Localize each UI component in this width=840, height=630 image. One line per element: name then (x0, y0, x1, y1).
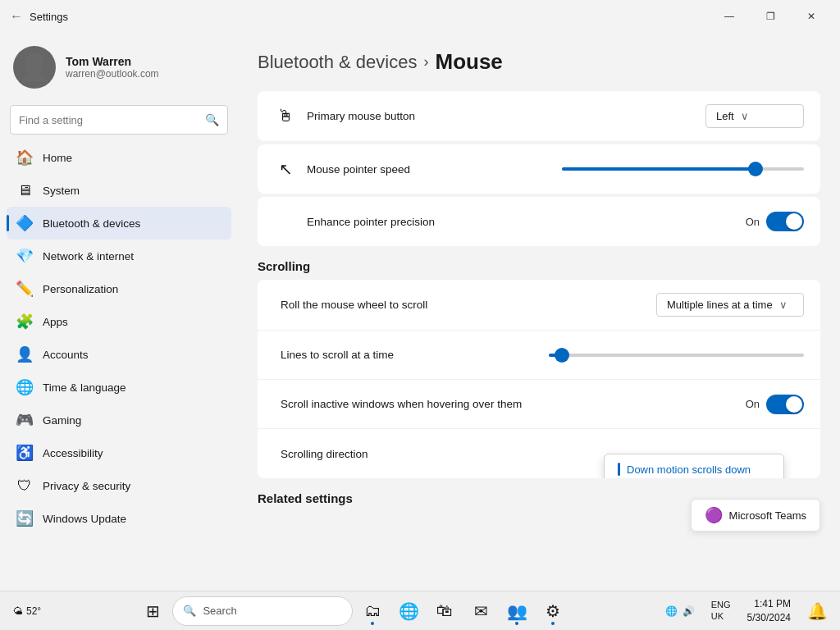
sidebar-item-apps[interactable]: 🧩Apps (7, 305, 231, 338)
home-nav-label: Home (43, 152, 72, 164)
enhance-precision-state: On (746, 216, 760, 228)
primary-mouse-button-dropdown[interactable]: Left ∨ (705, 104, 804, 128)
enhance-precision-toggle[interactable] (766, 212, 804, 231)
system-nav-icon: 🖥 (16, 182, 33, 199)
taskbar-teams[interactable]: 👥 (500, 595, 533, 628)
sidebar-item-privacy[interactable]: 🛡Privacy & security (7, 469, 231, 502)
dropdown-arrow-icon: ∨ (741, 110, 749, 122)
taskbar-mail[interactable]: ✉ (464, 595, 497, 628)
scrolling-direction-popup[interactable]: Down motion scrolls down Down motion scr… (604, 454, 784, 478)
scroll-inactive-row: Scroll inactive windows when hovering ov… (258, 380, 820, 429)
home-nav-icon: 🏠 (16, 149, 33, 166)
sidebar-item-time[interactable]: 🌐Time & language (7, 371, 231, 404)
sidebar-item-accessibility[interactable]: ♿Accessibility (7, 436, 231, 469)
taskbar-right: 🌐 🔊 ENG UK 1:41 PM 5/30/2024 🔔 (659, 594, 833, 628)
sidebar-item-personalization[interactable]: ✏️Personalization (7, 272, 231, 305)
privacy-nav-icon: 🛡 (16, 477, 33, 494)
update-nav-icon: 🔄 (16, 510, 33, 527)
primary-mouse-button-label: Primary mouse button (307, 110, 705, 122)
gaming-nav-icon: 🎮 (16, 412, 33, 428)
primary-mouse-button-card: 🖱 Primary mouse button Left ∨ (258, 91, 820, 141)
app-title: Settings (30, 11, 68, 23)
personalization-nav-icon: ✏️ (16, 281, 33, 297)
taskbar-settings[interactable]: ⚙ (536, 595, 569, 628)
title-bar: ← Settings — ❐ ✕ (0, 0, 840, 33)
maximize-button[interactable]: ❐ (751, 3, 789, 30)
gaming-nav-label: Gaming (43, 414, 81, 427)
mouse-icon: 🖱 (274, 105, 297, 128)
network-nav-icon: 💎 (16, 248, 33, 264)
close-button[interactable]: ✕ (792, 3, 830, 30)
accounts-nav-label: Accounts (43, 349, 89, 361)
scroll-inactive-label: Scroll inactive windows when hovering ov… (281, 398, 746, 410)
privacy-nav-label: Privacy & security (43, 480, 130, 492)
settings-search-box[interactable]: 🔍 (10, 105, 228, 135)
lines-to-scroll-slider[interactable] (549, 354, 804, 357)
scrolling-card: Roll the mouse wheel to scroll Multiple … (258, 280, 820, 478)
minimize-button[interactable]: — (710, 3, 748, 30)
enhance-precision-control: On (746, 212, 804, 231)
system-tray[interactable]: 🌐 🔊 (659, 602, 701, 620)
taskbar-store[interactable]: 🛍 (428, 595, 461, 628)
breadcrumb-separator: › (423, 53, 428, 71)
sidebar-item-update[interactable]: 🔄Windows Update (7, 502, 231, 535)
bluetooth-nav-label: Bluetooth & devices (43, 217, 140, 230)
apps-nav-label: Apps (43, 316, 68, 328)
weather-widget[interactable]: 🌤 52° (7, 602, 48, 620)
lines-to-scroll-thumb[interactable] (555, 348, 569, 363)
notification-center[interactable]: 🔔 (801, 595, 833, 628)
sidebar-item-bluetooth[interactable]: 🔷Bluetooth & devices (7, 207, 231, 240)
title-bar-left: ← Settings (10, 9, 68, 24)
breadcrumb-parent[interactable]: Bluetooth & devices (258, 52, 417, 73)
pointer-icon: ↖ (274, 158, 297, 180)
sidebar-item-gaming[interactable]: 🎮Gaming (7, 404, 231, 436)
mouse-pointer-speed-card: ↖ Mouse pointer speed (258, 144, 820, 194)
user-email: warren@outlook.com (66, 68, 159, 80)
back-icon[interactable]: ← (10, 9, 23, 24)
scroll-inactive-control: On (746, 395, 804, 414)
sidebar-item-accounts[interactable]: 👤Accounts (7, 338, 231, 371)
pointer-speed-fill (562, 167, 756, 171)
taskbar-file-explorer[interactable]: 🗂 (356, 595, 389, 628)
volume-icon: 🔊 (682, 605, 695, 617)
nav-list: 🏠Home🖥System🔷Bluetooth & devices💎Network… (0, 141, 238, 584)
sidebar-item-network[interactable]: 💎Network & internet (7, 240, 231, 272)
scroll-inactive-state: On (746, 398, 760, 410)
taskbar-left: 🌤 52° (7, 602, 48, 620)
direction-option-1-label: Down motion scrolls down (627, 463, 751, 476)
pointer-speed-thumb[interactable] (748, 162, 763, 176)
network-nav-label: Network & internet (43, 250, 134, 262)
scroll-inactive-toggle[interactable] (766, 395, 804, 414)
roll-mouse-wheel-dropdown[interactable]: Multiple lines at a time ∨ (656, 293, 804, 317)
settings-search-input[interactable] (19, 114, 205, 126)
time-nav-icon: 🌐 (16, 379, 33, 395)
network-icon: 🌐 (665, 605, 678, 617)
user-profile[interactable]: Tom Warren warren@outlook.com (0, 33, 238, 102)
locale-display[interactable]: ENG UK (705, 596, 737, 624)
apps-nav-icon: 🧩 (16, 313, 33, 330)
taskbar-center: ⊞ 🔍 Search 🗂 🌐 🛍 ✉ 👥 ⚙ (51, 595, 655, 628)
toggle-knob (786, 213, 802, 230)
time-nav-label: Time & language (43, 381, 126, 394)
selected-indicator (618, 463, 620, 476)
pointer-speed-slider[interactable] (562, 167, 804, 171)
taskbar-edge[interactable]: 🌐 (392, 595, 425, 628)
taskbar: 🌤 52° ⊞ 🔍 Search 🗂 🌐 🛍 ✉ 👥 ⚙ 🌐 🔊 ENG UK … (0, 591, 840, 630)
direction-option-1[interactable]: Down motion scrolls down (605, 454, 783, 478)
lines-to-scroll-control (549, 354, 804, 357)
clock[interactable]: 1:41 PM 5/30/2024 (741, 594, 797, 628)
teams-notification[interactable]: 🟣 Microsoft Teams (691, 499, 820, 532)
scrolling-direction-row: Scrolling direction Down motion scrolls … (258, 429, 820, 478)
accounts-nav-icon: 👤 (16, 346, 33, 363)
taskbar-search-icon: 🔍 (183, 605, 196, 617)
sidebar-item-home[interactable]: 🏠Home (7, 141, 231, 174)
sidebar-item-system[interactable]: 🖥System (7, 174, 231, 207)
taskbar-search[interactable]: 🔍 Search (172, 596, 353, 626)
breadcrumb-current: Mouse (435, 49, 502, 75)
enhance-precision-label: Enhance pointer precision (307, 216, 746, 228)
enhance-precision-row: Enhance pointer precision On (258, 197, 820, 246)
user-info: Tom Warren warren@outlook.com (66, 55, 159, 80)
user-name: Tom Warren (66, 55, 159, 68)
lines-to-scroll-row: Lines to scroll at a time (258, 331, 820, 380)
start-button[interactable]: ⊞ (136, 595, 169, 628)
